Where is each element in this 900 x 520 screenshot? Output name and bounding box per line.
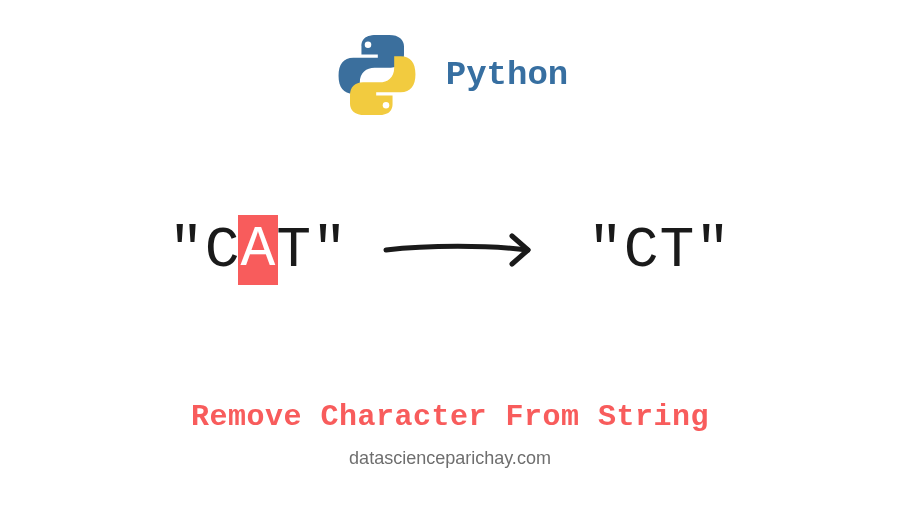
svg-point-1 bbox=[383, 102, 390, 109]
site-credit: datascienceparichay.com bbox=[0, 448, 900, 469]
input-before: C bbox=[205, 218, 241, 283]
input-string: " C A T " bbox=[169, 215, 348, 285]
python-logo-icon bbox=[332, 30, 422, 120]
output-string: "CT" bbox=[588, 218, 731, 283]
quote-close: " bbox=[312, 218, 348, 283]
svg-point-0 bbox=[365, 41, 372, 48]
transform-diagram: " C A T " "CT" bbox=[0, 215, 900, 285]
arrow-right-icon bbox=[378, 220, 558, 280]
highlighted-char: A bbox=[238, 215, 278, 285]
caption: Remove Character From String bbox=[0, 400, 900, 434]
header: Python bbox=[0, 30, 900, 120]
quote-open: " bbox=[169, 218, 205, 283]
input-after: T bbox=[276, 218, 312, 283]
language-label: Python bbox=[446, 56, 568, 94]
